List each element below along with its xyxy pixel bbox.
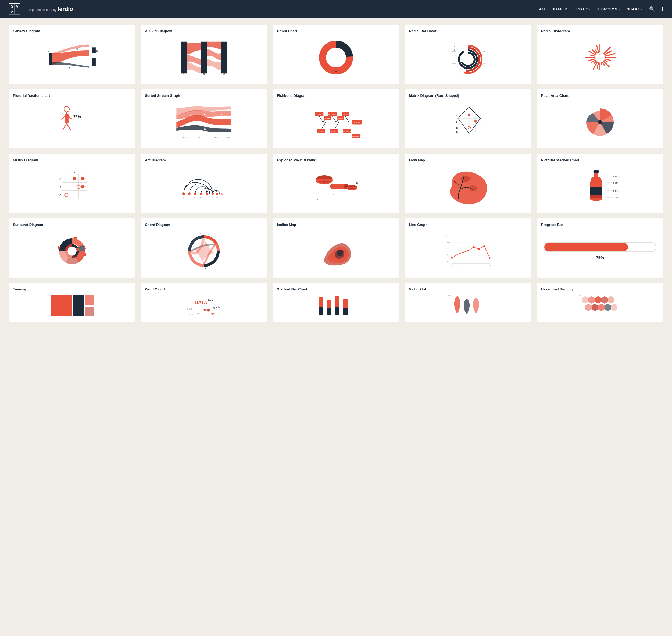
card-pictorial-stacked[interactable]: Pictorial Stacked Chart A 20% (537, 154, 664, 213)
svg-text:visual: visual (207, 299, 214, 302)
svg-text:B: B (454, 45, 455, 47)
svg-text:1000: 1000 (578, 295, 582, 296)
svg-text:G: G (217, 196, 218, 198)
title-radial-hist: Radial Histogram (541, 29, 659, 33)
card-fishbone[interactable]: Fishbone Diagram PEO (272, 89, 399, 148)
svg-point-126 (474, 120, 477, 122)
card-sorted-stream[interactable]: Sorted Stream Graph A B D C JAN FEB M (141, 89, 267, 148)
svg-rect-2 (92, 58, 96, 66)
info-icon[interactable]: ℹ (661, 6, 664, 12)
svg-text:600: 600 (483, 62, 486, 64)
svg-marker-251 (605, 304, 611, 311)
title-chord: Chord Diagram (145, 223, 263, 227)
svg-text:800: 800 (447, 241, 450, 243)
svg-text:200: 200 (467, 42, 470, 44)
card-arc-diagram[interactable]: Arc Diagram (141, 154, 267, 213)
svg-text:F: F (212, 196, 213, 198)
svg-point-144 (64, 193, 68, 197)
card-word-cloud[interactable]: Word Cloud DATA visual chart map graph i… (141, 283, 267, 322)
svg-text:1000: 1000 (446, 235, 450, 236)
logo-p: P (9, 9, 15, 15)
word-cloud-chart: DATA visual chart map graph info plot fl… (181, 293, 227, 318)
svg-text:E: E (69, 67, 71, 69)
search-icon[interactable]: 🔍 (649, 6, 655, 12)
card-treemap[interactable]: Treemap (8, 283, 135, 322)
card-sunburst[interactable]: Sunburst Diagram (8, 218, 135, 278)
card-isoline[interactable]: Isoline Map (272, 218, 399, 278)
progress-container: 75% (541, 237, 659, 265)
card-matrix-roof[interactable]: Matrix Diagram (Roof Shaped) A (405, 89, 531, 148)
svg-text:CAUSE: CAUSE (339, 118, 344, 119)
card-radial-hist[interactable]: Radial Histogram (537, 25, 664, 84)
isoline-chart (319, 234, 353, 269)
svg-text:A 20%: A 20% (613, 175, 619, 178)
svg-text:flow: flow (197, 313, 201, 315)
card-pictorial-fraction[interactable]: Pictorial fraction chart 75% (8, 89, 135, 148)
svg-text:METHODS: METHODS (343, 131, 351, 132)
progress-label: 75% (596, 255, 604, 260)
visual-violin-plot: 1000 (409, 293, 527, 318)
card-line-graph[interactable]: Line Graph 1000 800 600 400 200 (405, 218, 531, 278)
card-progress-bar[interactable]: Progress Bar 75% (537, 218, 664, 278)
card-matrix-diagram[interactable]: Matrix Diagram 1 2 3 A B (8, 154, 135, 213)
card-alluvial[interactable]: Alluvial Diagram A (141, 25, 267, 84)
title-polar-area: Polar Area Chart (541, 94, 659, 98)
svg-text:C: C (454, 49, 455, 51)
visual-chord: E A B D C (145, 229, 263, 273)
svg-point-206 (456, 254, 458, 255)
progress-fill (544, 243, 628, 252)
svg-line-47 (605, 60, 608, 62)
svg-marker-245 (595, 296, 601, 304)
svg-point-143 (81, 185, 84, 188)
svg-text:JAN: JAN (182, 136, 186, 139)
main-nav: ALL FAMILY ▾ INPUT ▾ FUNCTION ▾ SHAPE ▾ … (539, 6, 664, 12)
title-arc-diagram: Arc Diagram (145, 158, 263, 162)
tagline: A project in beta by ferdio (29, 6, 73, 13)
svg-point-153 (221, 193, 223, 195)
sunburst-chart (55, 234, 89, 269)
card-sankey[interactable]: Sankey Diagram A B C D (8, 25, 135, 84)
svg-text:A: A (221, 251, 223, 253)
card-hex-binning[interactable]: Hexagonal Binning (537, 283, 664, 322)
svg-text:C: C (456, 127, 458, 130)
svg-text:CAUSE: CAUSE (326, 118, 331, 119)
svg-text:200: 200 (447, 260, 450, 262)
svg-point-208 (467, 250, 469, 252)
title-sankey: Sankey Diagram (13, 29, 131, 33)
svg-text:D: D (456, 131, 458, 133)
svg-text:map: map (203, 307, 210, 312)
svg-text:B: B (456, 120, 458, 123)
main-header: D V P A project in beta by ferdio ALL FA… (0, 0, 672, 18)
svg-point-28 (462, 53, 475, 66)
card-donut[interactable]: Donut Chart D A B (272, 25, 399, 84)
svg-marker-250 (598, 304, 605, 311)
svg-rect-236 (335, 307, 340, 315)
visual-radial-hist: 12 3 6 9 (541, 35, 659, 80)
svg-point-68 (64, 106, 69, 112)
svg-text:B: B (189, 196, 190, 198)
nav-family[interactable]: FAMILY ▾ (553, 7, 570, 11)
card-stacked-bar[interactable]: Stacked Bar Chart (272, 283, 399, 322)
card-chord[interactable]: Chord Diagram (141, 218, 267, 278)
svg-point-210 (478, 248, 480, 250)
nav-shape[interactable]: SHAPE ▾ (627, 7, 643, 11)
svg-text:MATERIALS: MATERIALS (352, 135, 361, 137)
visual-pictorial-fraction: 75% (13, 100, 131, 144)
nav-function[interactable]: FUNCTION ▾ (597, 7, 620, 11)
svg-text:3: 3 (82, 171, 83, 174)
nav-all[interactable]: ALL (539, 7, 547, 11)
card-exploded-view[interactable]: Exploded View Drawing (272, 154, 399, 213)
svg-text:A: A (183, 196, 184, 198)
svg-marker-246 (601, 296, 608, 304)
card-radial-bar[interactable]: Radial Bar Chart 200 400 600 (405, 25, 531, 84)
arc-chart: A B C D E F G (145, 168, 263, 205)
card-violin-plot[interactable]: Violin Plot 1000 (405, 283, 531, 322)
svg-text:B: B (205, 267, 206, 270)
title-word-cloud: Word Cloud (145, 287, 263, 291)
card-flow-map[interactable]: Flow Map (405, 154, 531, 213)
svg-text:E: E (203, 232, 205, 235)
nav-input[interactable]: INPUT ▾ (576, 7, 591, 11)
card-polar-area[interactable]: Polar Area Chart (537, 89, 664, 148)
svg-text:12: 12 (599, 53, 601, 55)
svg-text:A: A (348, 53, 349, 55)
